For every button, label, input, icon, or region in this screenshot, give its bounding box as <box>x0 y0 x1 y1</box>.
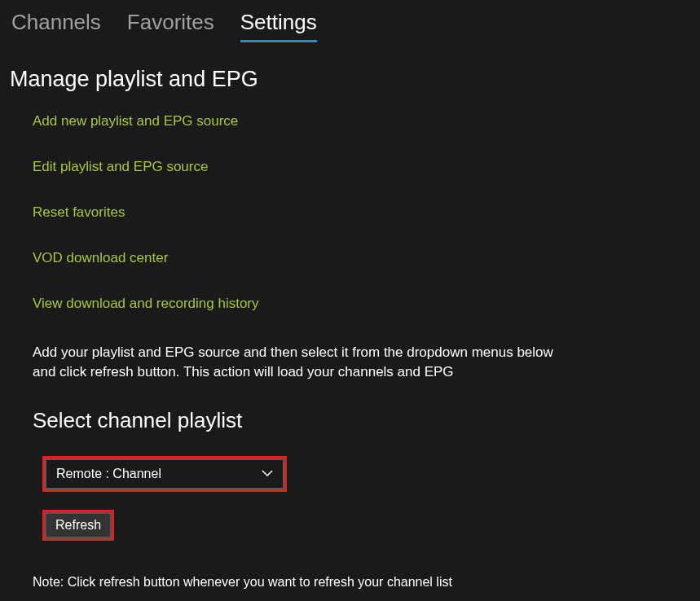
tab-channels[interactable]: Channels <box>11 10 101 42</box>
refresh-highlight: Refresh <box>42 510 114 541</box>
instructions-text: Add your playlist and EPG source and the… <box>10 343 580 382</box>
download-history-link[interactable]: View download and recording history <box>10 296 690 312</box>
tab-bar: Channels Favorites Settings <box>0 0 700 42</box>
edit-playlist-link[interactable]: Edit playlist and EPG source <box>10 159 690 175</box>
add-playlist-link[interactable]: Add new playlist and EPG source <box>10 113 690 129</box>
dropdown-selected-value: Remote : Channel <box>56 467 161 481</box>
tab-settings[interactable]: Settings <box>240 10 317 42</box>
vod-download-link[interactable]: VOD download center <box>10 250 690 266</box>
playlist-dropdown[interactable]: Remote : Channel <box>45 458 284 489</box>
chevron-down-icon <box>262 468 273 480</box>
manage-playlist-title: Manage playlist and EPG <box>10 67 690 92</box>
dropdown-highlight: Remote : Channel <box>42 456 287 492</box>
settings-content: Manage playlist and EPG Add new playlist… <box>0 42 700 590</box>
refresh-note: Note: Click refresh button whenever you … <box>10 575 690 590</box>
select-playlist-title: Select channel playlist <box>10 408 690 433</box>
refresh-button[interactable]: Refresh <box>45 512 112 538</box>
reset-favorites-link[interactable]: Reset favorites <box>10 204 690 221</box>
tab-favorites[interactable]: Favorites <box>127 10 214 42</box>
